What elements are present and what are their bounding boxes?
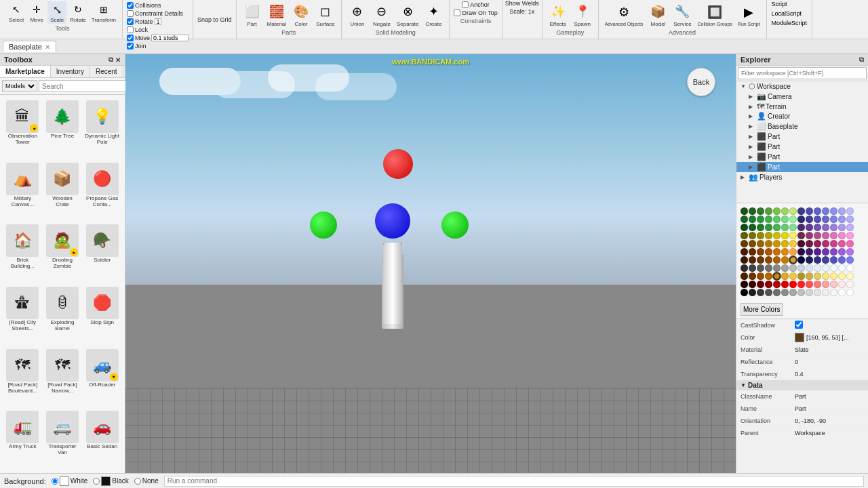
color-swatch[interactable] — [830, 248, 837, 256]
color-swatch[interactable] — [797, 281, 805, 288]
color-swatch[interactable] — [757, 256, 764, 264]
color-swatch[interactable] — [814, 216, 821, 223]
scale-button[interactable]: ⤡Scale — [47, 1, 66, 24]
color-swatch[interactable] — [773, 207, 781, 215]
color-swatch[interactable] — [846, 248, 854, 256]
command-input[interactable] — [164, 476, 864, 487]
color-swatch[interactable] — [741, 256, 748, 264]
color-swatch[interactable] — [773, 232, 781, 239]
service-button[interactable]: 🔧Service — [671, 1, 694, 28]
tree-item[interactable]: ▶ 📷 Camera — [736, 92, 868, 102]
color-swatch[interactable] — [749, 207, 756, 215]
color-swatch[interactable] — [757, 281, 764, 288]
color-swatch[interactable] — [846, 281, 854, 288]
list-item[interactable]: 🏛 ★ Observation Tower — [4, 99, 41, 159]
color-swatch[interactable] — [822, 281, 829, 288]
color-swatch[interactable] — [789, 289, 797, 296]
color-swatch[interactable] — [806, 240, 813, 247]
cast-shadow-checkbox[interactable] — [795, 321, 803, 329]
color-swatch[interactable] — [765, 224, 772, 231]
tree-item[interactable]: ▶ 👥 Players — [736, 172, 868, 182]
color-swatch[interactable] — [838, 240, 846, 247]
color-swatch[interactable] — [789, 248, 797, 256]
color-swatch[interactable] — [846, 272, 854, 280]
spawn-button[interactable]: 📍Spawn — [571, 1, 594, 28]
color-swatch[interactable] — [749, 240, 756, 247]
color-swatch[interactable] — [838, 281, 846, 288]
color-swatch[interactable] — [757, 232, 764, 239]
list-item[interactable]: 🗺 [Road Pack] Narrow... — [44, 348, 81, 407]
color-swatch[interactable] — [797, 232, 805, 239]
color-swatch[interactable] — [814, 207, 821, 215]
color-swatch[interactable] — [806, 248, 813, 256]
tab-close-icon[interactable]: ✕ — [45, 43, 50, 51]
models-dropdown[interactable]: Models — [2, 80, 37, 92]
color-swatch[interactable] — [822, 264, 829, 272]
tree-expand-icon[interactable]: ▶ — [741, 174, 747, 180]
color-swatch[interactable] — [814, 281, 821, 288]
tree-expand-icon[interactable]: ▶ — [749, 104, 755, 110]
color-swatch[interactable] — [757, 207, 764, 215]
tree-expand-icon[interactable]: ▶ — [749, 123, 755, 129]
black-bg-option[interactable]: Black — [93, 476, 128, 486]
part-button[interactable]: ⬜Part — [241, 1, 264, 28]
color-swatch[interactable] — [741, 240, 748, 247]
color-swatch[interactable] — [806, 207, 813, 215]
join-checkbox[interactable] — [127, 43, 134, 49]
color-swatch[interactable] — [789, 240, 797, 247]
none-bg-radio[interactable] — [134, 478, 141, 485]
color-swatch[interactable] — [806, 256, 813, 264]
tree-expand-icon[interactable]: ▶ — [749, 94, 755, 100]
color-swatch[interactable] — [822, 240, 829, 247]
color-swatch[interactable] — [749, 272, 756, 280]
color-swatch[interactable] — [806, 272, 813, 280]
color-swatch[interactable] — [757, 272, 764, 280]
color-swatch[interactable] — [838, 216, 846, 223]
tree-expand-icon[interactable]: ▶ — [749, 134, 755, 140]
list-item[interactable]: 🛣 [Road] City Streets... — [4, 285, 41, 345]
list-item[interactable]: 🛢 Exploding Barrel — [44, 285, 81, 345]
color-swatch[interactable] — [846, 216, 854, 223]
color-swatch[interactable] — [765, 207, 772, 215]
color-swatch[interactable] — [765, 240, 772, 247]
color-swatch[interactable] — [846, 224, 854, 231]
color-swatch[interactable] — [838, 224, 846, 231]
list-item[interactable]: 🚙 ★ Off-Roader — [83, 348, 121, 407]
model-button[interactable]: 📦Model — [646, 1, 669, 28]
color-swatch[interactable] — [781, 207, 789, 215]
color-swatch[interactable] — [846, 207, 854, 215]
color-swatch[interactable] — [757, 216, 764, 223]
run-script-button[interactable]: ▶Run Script — [736, 2, 762, 27]
color-swatch[interactable] — [757, 240, 764, 247]
color-swatch[interactable] — [797, 240, 805, 247]
list-item[interactable]: 🛑 Stop Sign — [83, 285, 121, 345]
list-item[interactable]: 🚗 Basic Sedan — [83, 409, 121, 469]
color-swatch[interactable] — [846, 232, 854, 239]
color-swatch[interactable] — [806, 281, 813, 288]
color-swatch[interactable] — [773, 224, 781, 231]
color-swatch[interactable] — [781, 281, 789, 288]
color-swatch[interactable] — [781, 248, 789, 256]
list-item[interactable]: ⛺ Military Canvas... — [4, 161, 41, 221]
anchor-checkbox[interactable] — [462, 1, 469, 8]
color-swatch[interactable] — [822, 256, 829, 264]
color-swatch[interactable] — [830, 224, 837, 231]
color-swatch[interactable] — [822, 216, 829, 223]
color-swatch[interactable] — [781, 272, 789, 280]
color-swatch[interactable] — [773, 216, 781, 223]
color-swatch[interactable] — [781, 256, 789, 264]
tree-expand-icon[interactable]: ▶ — [749, 113, 755, 119]
tree-expand-icon[interactable]: ▼ — [741, 83, 747, 89]
transform-button[interactable]: ⊞Transform — [90, 1, 118, 24]
inventory-tab[interactable]: Inventory — [51, 66, 90, 77]
tree-expand-icon[interactable]: ▶ — [749, 154, 755, 160]
create-button[interactable]: ✦Create — [422, 1, 445, 28]
color-swatch[interactable] — [846, 289, 854, 296]
none-bg-option[interactable]: None — [134, 477, 159, 485]
list-item[interactable]: 🧟 ★ Drooling Zombie — [44, 223, 81, 283]
color-swatch[interactable] — [773, 248, 781, 256]
color-swatch[interactable] — [806, 216, 813, 223]
color-swatch[interactable] — [830, 240, 837, 247]
color-swatch[interactable] — [781, 232, 789, 239]
recent-tab[interactable]: Recent — [90, 66, 123, 77]
